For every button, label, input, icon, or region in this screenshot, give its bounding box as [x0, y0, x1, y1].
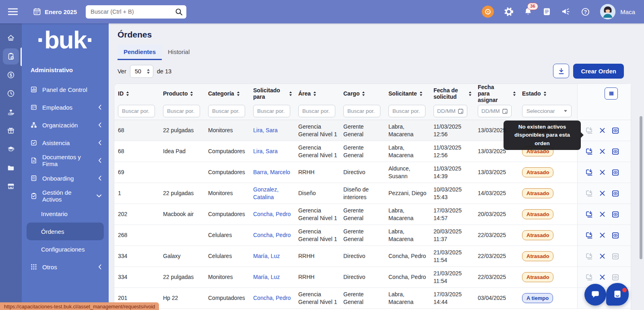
col-header-solicitado-para[interactable]: Solicitado para — [253, 84, 298, 103]
per-page-select[interactable]: 50 — [130, 65, 153, 78]
col-header-fecha-asignar[interactable]: Fecha para asignar — [478, 84, 522, 103]
sidebar-item-empleados[interactable]: Empleados — [22, 98, 109, 116]
col-header-area[interactable]: Área — [298, 84, 343, 103]
notifications-button[interactable]: 36 — [524, 7, 533, 16]
filter-fecha-asignar-date[interactable]: DD/MM — [478, 105, 512, 117]
filter-categoria-input[interactable] — [208, 105, 245, 117]
sort-icon[interactable] — [419, 91, 423, 96]
view-order-icon[interactable] — [611, 273, 619, 281]
view-order-icon[interactable] — [611, 127, 619, 135]
sidebar-item-onboarding[interactable]: Onboarding — [22, 169, 109, 187]
sort-icon[interactable] — [313, 91, 317, 96]
table-row[interactable]: 69 Computadores Barra, Marcelo RRHH Dire… — [114, 162, 631, 183]
home-icon[interactable] — [3, 30, 19, 46]
tab-historial[interactable]: Historial — [162, 45, 196, 60]
folder-icon[interactable] — [3, 160, 19, 176]
cancel-order-icon[interactable] — [599, 190, 605, 196]
solicitado-para-link[interactable]: María, Luz — [253, 252, 280, 260]
dollar-icon[interactable]: $ — [3, 67, 19, 83]
sidebar-item-documentos-y-firma[interactable]: Documentos y Firma — [22, 152, 109, 169]
gear-icon[interactable] — [504, 7, 514, 17]
col-header-fecha-solicitud[interactable]: Fecha de solicitud — [433, 84, 478, 103]
sort-icon[interactable] — [468, 91, 472, 96]
sidebar-subitem-ordenes[interactable]: Órdenes — [27, 223, 104, 240]
hamburger-icon[interactable] — [8, 8, 18, 15]
table-row[interactable]: 334 Galaxy Celulares María, Luz RRHH Dir… — [114, 246, 631, 267]
cancel-order-icon[interactable] — [599, 127, 605, 133]
table-row[interactable]: 201 Hp 22 Computadores Concha, Pedro Ger… — [114, 288, 631, 309]
assign-asset-icon[interactable] — [585, 273, 593, 281]
filter-solicitado-input[interactable] — [253, 105, 290, 117]
download-button[interactable] — [553, 64, 569, 78]
solicitado-para-link[interactable]: Concha, Pedro — [253, 294, 291, 302]
table-row[interactable]: 268 Celulares Concha, Pedro Gerencia Gen… — [114, 225, 631, 246]
filter-area-input[interactable] — [298, 105, 335, 117]
sidebar-item-organizacion[interactable]: Organización — [22, 116, 109, 134]
sort-icon[interactable] — [543, 91, 547, 96]
view-order-icon[interactable] — [611, 189, 619, 198]
cancel-order-icon[interactable] — [599, 211, 605, 217]
filter-cargo-input[interactable] — [343, 105, 380, 117]
solicitado-para-link[interactable]: Lira, Sara — [253, 148, 278, 155]
assign-asset-icon[interactable] — [585, 147, 593, 156]
table-row[interactable]: 1 22 pulgadas Monitores Gonzalez, Catali… — [114, 183, 631, 204]
create-order-button[interactable]: Crear Orden — [573, 64, 624, 79]
col-header-solicitante[interactable]: Solicitante — [388, 84, 433, 103]
clock-icon[interactable] — [3, 85, 19, 102]
assign-asset-icon[interactable] — [585, 168, 593, 177]
clipboard-clock-icon[interactable] — [3, 48, 19, 64]
cancel-order-icon[interactable] — [599, 253, 605, 259]
sidebar-item-gestion-de-activos[interactable]: Gestión de Activos — [22, 187, 109, 205]
scrollbar-thumb[interactable] — [640, 116, 642, 259]
gift-icon[interactable] — [3, 123, 19, 139]
global-search[interactable] — [86, 5, 186, 19]
solicitado-para-link[interactable]: María, Luz — [253, 273, 280, 281]
col-header-producto[interactable]: Producto — [163, 84, 208, 103]
assign-asset-icon[interactable] — [585, 210, 593, 218]
filter-estado-select[interactable]: Seleccionar — [522, 105, 572, 117]
assign-asset-icon[interactable] — [585, 189, 593, 198]
filter-solicitante-input[interactable] — [388, 105, 425, 117]
graduation-icon[interactable] — [3, 141, 19, 157]
filter-fecha-solicitud-date[interactable]: DD/MM — [433, 105, 467, 117]
assign-asset-icon[interactable] — [585, 126, 593, 135]
sort-icon[interactable] — [512, 91, 516, 96]
search-icon[interactable] — [175, 8, 183, 16]
sort-icon[interactable] — [289, 91, 293, 96]
store-icon[interactable] — [3, 178, 19, 194]
assign-asset-icon[interactable] — [585, 252, 593, 260]
tab-pendientes[interactable]: Pendientes — [118, 45, 162, 60]
sort-icon[interactable] — [236, 91, 240, 96]
filter-id-input[interactable] — [118, 105, 155, 117]
avatar[interactable] — [600, 4, 615, 19]
assign-asset-icon[interactable] — [585, 231, 593, 239]
sidebar-subitem-configuraciones[interactable]: Configuraciones — [22, 240, 109, 258]
view-order-icon[interactable] — [611, 148, 619, 156]
sidebar-subitem-inventario[interactable]: Inventario — [22, 205, 109, 223]
col-header-estado[interactable]: Estado — [522, 84, 577, 103]
view-order-icon[interactable] — [611, 210, 619, 218]
sort-icon[interactable] — [190, 91, 194, 96]
solicitado-para-link[interactable]: Concha, Pedro — [253, 210, 291, 218]
cancel-order-icon[interactable] — [599, 169, 605, 175]
sort-icon[interactable] — [361, 91, 365, 96]
help-icon[interactable]: ? — [581, 7, 590, 17]
cancel-order-icon[interactable] — [599, 274, 605, 280]
col-header-categoria[interactable]: Categoría — [208, 84, 253, 103]
assistant-icon[interactable] — [482, 6, 494, 18]
table-row[interactable]: 202 Macbook air Computadores Concha, Ped… — [114, 204, 631, 225]
cancel-order-icon[interactable] — [599, 148, 605, 154]
messenger-button[interactable] — [606, 283, 629, 306]
sidebar-item-otros[interactable]: Otros — [22, 258, 109, 276]
solicitado-para-link[interactable]: Concha, Pedro — [253, 231, 291, 239]
view-order-icon[interactable] — [611, 252, 619, 260]
solicitado-para-link[interactable]: Barra, Marcelo — [253, 169, 290, 176]
hand-heart-icon[interactable] — [3, 104, 19, 120]
sidebar-item-asistencia[interactable]: Asistencia — [22, 134, 109, 152]
col-header-id[interactable]: ID — [118, 84, 163, 103]
period-selector[interactable]: Enero 2025 — [33, 8, 77, 16]
table-row[interactable]: 334 22 pulgadas Monitores María, Luz RRH… — [114, 267, 631, 288]
sidebar-item-panel-de-control[interactable]: Panel de Control — [22, 81, 109, 98]
column-settings-button[interactable] — [605, 87, 618, 100]
solicitado-para-link[interactable]: Gonzalez, Catalina — [253, 186, 294, 201]
